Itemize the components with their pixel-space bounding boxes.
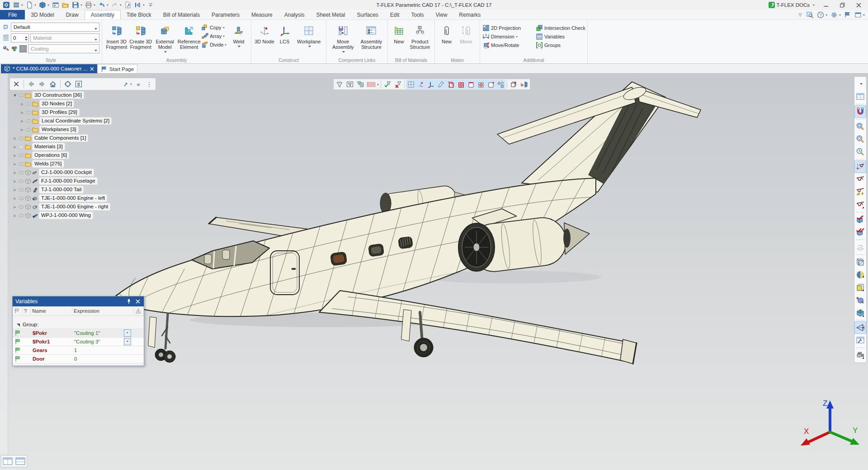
eye-icon[interactable] <box>18 152 24 159</box>
3d-node-button[interactable]: 3D Node <box>254 21 275 56</box>
magnet-snap-icon[interactable] <box>854 105 866 118</box>
tab-analysis[interactable]: Analysis <box>278 10 311 19</box>
tab-sheet-metal[interactable]: Sheet Metal <box>310 10 351 19</box>
filter-vertices-icon[interactable] <box>486 80 495 89</box>
tab-3d-model[interactable]: 3D Model <box>25 10 60 19</box>
save-icon[interactable] <box>71 0 83 9</box>
coating-combo[interactable]: Coating <box>28 44 99 53</box>
selector-filter-icon[interactable] <box>335 80 344 89</box>
variable-row-gears[interactable]: Gears 1 <box>13 346 144 354</box>
tab-bill-of-materials[interactable]: Bill of Materials <box>157 10 206 19</box>
2d-projection-button[interactable]: 2D Projection <box>482 24 533 32</box>
tab-surfaces[interactable]: Surfaces <box>351 10 384 19</box>
tab-tools[interactable]: Tools <box>406 10 430 19</box>
expander-icon[interactable]: ▹ <box>19 127 25 132</box>
green-flag-icon[interactable] <box>14 338 21 345</box>
tree-collapse-panel-icon[interactable]: « <box>134 79 143 89</box>
app-logo-icon[interactable] <box>2 0 11 9</box>
selection-color-icon[interactable] <box>366 80 379 89</box>
macros-icon[interactable] <box>123 0 132 9</box>
measure-view-icon[interactable] <box>854 186 866 198</box>
tree-item-cockpit[interactable]: ▹CJ-1-000-000 Cockpit <box>12 168 111 177</box>
tree-forward-icon[interactable] <box>38 79 47 89</box>
flag-icon[interactable] <box>844 11 852 19</box>
move-rotate-button[interactable]: Move/Rotate <box>482 41 533 49</box>
expander-icon[interactable]: ▹ <box>19 118 25 123</box>
green-flag-icon[interactable] <box>14 347 21 353</box>
tree-item-cable-components[interactable]: ▹Cable Components [1] <box>12 134 111 142</box>
filter-edges-icon[interactable] <box>466 80 476 89</box>
main-menu-icon[interactable] <box>12 0 24 9</box>
filter-loops-icon[interactable] <box>476 80 486 89</box>
view-modes-flyout-icon[interactable] <box>854 198 866 211</box>
new-window-icon[interactable] <box>51 0 60 9</box>
variable-row-door[interactable]: Door 0 <box>13 354 144 363</box>
view-settings-icon[interactable] <box>854 334 866 347</box>
lcs-button[interactable]: LCS <box>275 21 294 56</box>
filter-annotations-icon[interactable] <box>495 80 505 89</box>
reference-element-button[interactable]: Reference Element <box>177 21 201 56</box>
eye-icon[interactable] <box>18 144 24 150</box>
expression-column-header[interactable]: Expression <box>72 306 134 315</box>
new-document-icon[interactable] <box>25 0 37 9</box>
expander-icon[interactable]: ▹ <box>12 204 18 209</box>
tree-item-wing[interactable]: ▹WPJ-1-000-000 Wing <box>12 211 111 220</box>
document-tab-start-page[interactable]: Start Page <box>97 64 137 73</box>
search-icon[interactable] <box>806 11 814 19</box>
mate-new-button[interactable]: New <box>437 21 456 56</box>
group-collapse-icon[interactable] <box>16 323 20 327</box>
eye-icon[interactable] <box>18 187 24 193</box>
reset-filter-icon[interactable] <box>393 80 403 89</box>
apply-filter-icon[interactable] <box>382 80 392 89</box>
tree-item-3d-construction[interactable]: ▾ 3D Construction [36] <box>12 91 111 99</box>
help-icon[interactable]: ? <box>816 11 828 19</box>
create-3d-fragment-button[interactable]: Create 3D Fragment <box>128 21 152 56</box>
filter-fragments-icon[interactable] <box>519 80 529 89</box>
close-document-icon[interactable] <box>90 67 94 71</box>
wireframe-view-icon[interactable] <box>854 173 866 186</box>
expander-icon[interactable]: ▹ <box>12 213 18 218</box>
variables-group-row[interactable]: Group: <box>13 320 144 329</box>
filter-bodies-icon[interactable] <box>509 80 519 89</box>
product-structure-button[interactable]: Product Structure <box>408 21 432 56</box>
array-button[interactable]: Array <box>201 32 229 40</box>
workplane-view-icon[interactable] <box>854 90 866 103</box>
split-vertical-icon[interactable] <box>3 457 13 465</box>
tab-measure[interactable]: Measure <box>245 10 278 19</box>
tab-parameters[interactable]: Parameters <box>206 10 245 19</box>
filter-lcs-icon[interactable] <box>426 80 436 89</box>
green-flag-icon[interactable] <box>14 356 21 362</box>
tree-more-icon[interactable]: ⋮ <box>145 79 154 89</box>
new-3d-model-icon[interactable] <box>38 0 50 9</box>
undo-icon[interactable] <box>97 0 109 9</box>
insert-3d-fragment-button[interactable]: Insert 3D Fragment <box>104 21 128 56</box>
collapse-ribbon-icon[interactable] <box>797 11 804 19</box>
eye-icon[interactable] <box>18 161 24 167</box>
document-tab-active[interactable]: * CCM-000-000-000 Самолет ... <box>1 64 97 73</box>
expander-icon[interactable]: ▹ <box>19 101 25 106</box>
eye-icon[interactable] <box>25 127 32 133</box>
tree-item-engine-left[interactable]: ▹TJE-1-000-000 Engine - left <box>12 194 111 202</box>
filter-faces-icon[interactable] <box>456 80 466 89</box>
bom-new-button[interactable]: New <box>390 21 408 56</box>
eye-icon[interactable] <box>18 135 24 141</box>
zoom-window-icon[interactable] <box>854 120 866 133</box>
filter-workplanes-icon[interactable] <box>406 80 416 89</box>
variable-row-pokr[interactable]: $Pokr "Couting 1" <box>13 329 144 337</box>
window-layout-icon[interactable] <box>854 11 865 19</box>
dimension-button[interactable]: 5Dimension <box>482 32 533 41</box>
toolbar-options-icon[interactable] <box>854 78 866 90</box>
tree-item-welds[interactable]: ▹Welds [275] <box>12 160 111 168</box>
level-spinner[interactable]: 0 <box>11 33 29 42</box>
tree-item-3d-profiles[interactable]: ▹3D Profiles [29] <box>19 108 111 117</box>
material-combo[interactable]: Material <box>30 33 99 42</box>
eye-icon[interactable] <box>18 169 24 176</box>
shading-mode-icon[interactable] <box>854 268 866 281</box>
open-document-icon[interactable] <box>61 0 70 9</box>
zoom-previous-icon[interactable] <box>854 146 866 158</box>
workplane-button[interactable]: Workplane <box>294 21 324 56</box>
settings-gear-icon[interactable] <box>830 11 841 19</box>
minimize-button[interactable] <box>818 0 834 9</box>
tree-item-lcs-folder[interactable]: ▹Local Coordinate Systems [2] <box>19 117 111 125</box>
pin-icon[interactable] <box>126 298 132 305</box>
